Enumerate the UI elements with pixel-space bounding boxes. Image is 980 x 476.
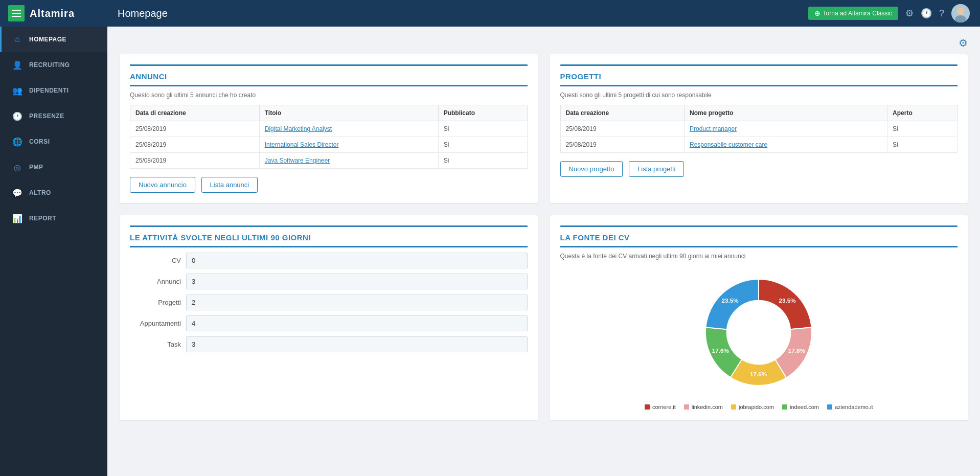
- annunci-date: 25/08/2019: [130, 153, 260, 169]
- progetti-col-name: Nome progetto: [685, 105, 887, 121]
- content-area: ⚙ ANNUNCI Questo sono gli ultimi 5 annun…: [107, 27, 980, 476]
- progetti-col-open: Aperto: [887, 105, 958, 121]
- activity-input[interactable]: [186, 315, 528, 331]
- legend-dot: [731, 404, 736, 410]
- topbar: Homepage ⊕ Torna ad Altamira Classic ⚙ 🕐…: [107, 0, 980, 27]
- annunci-subtitle: Questo sono gli ultimi 5 annunci che ho …: [130, 92, 528, 99]
- bottom-cards-row: LE ATTIVITÀ SVOLTE NEGLI ULTIMI 90 GIORN…: [120, 215, 968, 420]
- sidebar-item-altro[interactable]: 💬 Altro: [0, 180, 107, 206]
- cv-fonte-subtitle: Questa è la fonte dei CV arrivati negli …: [560, 253, 958, 260]
- sidebar-item-presenze[interactable]: 🕐 Presenze: [0, 103, 107, 129]
- table-row: 25/08/2019 Product manager Si: [560, 121, 958, 137]
- table-row: 25/08/2019 Responsabile customer care Si: [560, 137, 958, 153]
- sidebar-label-corsi: Corsi: [29, 138, 50, 145]
- annunci-date: 25/08/2019: [130, 137, 260, 153]
- legend-item: jobrapido.com: [731, 404, 774, 410]
- chart-legend: corriere.it linkedin.com jobrapido.com i…: [645, 404, 873, 410]
- progetto-open: Si: [887, 121, 958, 137]
- activity-label: CV: [130, 254, 186, 267]
- list-progetti-button[interactable]: Lista progetti: [629, 161, 684, 177]
- progetti-title: PROGETTI: [560, 72, 958, 86]
- annunci-published: Si: [438, 121, 527, 137]
- legend-dot: [782, 404, 787, 410]
- sidebar-label-pmp: PMP: [29, 164, 43, 171]
- sidebar-item-homepage[interactable]: ⌂ Homepage: [0, 27, 107, 52]
- legend-item: linkedin.com: [684, 404, 723, 410]
- help-icon[interactable]: ?: [939, 8, 944, 19]
- activity-input[interactable]: [186, 294, 528, 310]
- chart-label: 17.6%: [750, 371, 767, 377]
- sidebar-item-report[interactable]: 📊 Report: [0, 206, 107, 231]
- activity-label: Appuntamenti: [130, 316, 186, 330]
- progetti-subtitle: Questi sono gli ultimi 5 progetti di cui…: [560, 92, 958, 99]
- activities-title: LE ATTIVITÀ SVOLTE NEGLI ULTIMI 90 GIORN…: [130, 233, 528, 247]
- activity-label: Task: [130, 337, 186, 351]
- table-row: 25/08/2019 Digital Marketing Analyst Si: [130, 121, 528, 137]
- logo: Altamira: [30, 8, 75, 19]
- settings-icon[interactable]: ⚙: [905, 8, 914, 19]
- sidebar-item-dipendenti[interactable]: 👥 Dipendenti: [0, 78, 107, 103]
- annunci-buttons: Nuovo annuncio Lista annunci: [130, 177, 528, 193]
- home-icon: ⌂: [12, 34, 23, 45]
- sidebar-item-pmp[interactable]: ◎ PMP: [0, 154, 107, 180]
- top-cards-row: ANNUNCI Questo sono gli ultimi 5 annunci…: [120, 54, 968, 203]
- legend-label: jobrapido.com: [739, 404, 774, 410]
- svg-point-1: [957, 8, 964, 15]
- sidebar-label-presenze: Presenze: [29, 112, 64, 120]
- sidebar-item-corsi[interactable]: 🌐 Corsi: [0, 129, 107, 154]
- progetto-open: Si: [887, 137, 958, 153]
- annunci-card: ANNUNCI Questo sono gli ultimi 5 annunci…: [120, 54, 538, 203]
- progetto-link[interactable]: Product manager: [685, 121, 887, 137]
- new-annuncio-button[interactable]: Nuovo annuncio: [130, 177, 195, 193]
- activity-input[interactable]: [186, 274, 528, 289]
- legend-item: indeed.com: [782, 404, 819, 410]
- report-icon: 📊: [12, 213, 23, 224]
- progetto-date: 25/08/2019: [560, 137, 685, 153]
- donut-chart: 23.5%17.8%17.6%17.6%23.5%: [692, 266, 825, 399]
- altro-icon: 💬: [12, 187, 23, 198]
- user-avatar[interactable]: [951, 4, 970, 22]
- legend-dot: [827, 404, 832, 410]
- activity-input[interactable]: [186, 253, 528, 268]
- activities-card: LE ATTIVITÀ SVOLTE NEGLI ULTIMI 90 GIORN…: [120, 215, 538, 420]
- progetti-buttons: Nuovo progetto Lista progetti: [560, 161, 958, 177]
- page-settings-icon[interactable]: ⚙: [959, 37, 968, 49]
- chart-label: 17.6%: [712, 347, 730, 354]
- annunci-col-title: Titolo: [259, 105, 438, 121]
- activity-row: Annunci: [130, 274, 528, 289]
- annunci-title: ANNUNCI: [130, 72, 528, 86]
- chart-label: 23.5%: [722, 297, 739, 304]
- annunci-table: Data di creazione Titolo Pubblicato 25/0…: [130, 105, 528, 169]
- dipendenti-icon: 👥: [12, 85, 23, 96]
- main-area: Homepage ⊕ Torna ad Altamira Classic ⚙ 🕐…: [107, 0, 980, 476]
- sidebar-item-recruiting[interactable]: 👤 Recruiting: [0, 52, 107, 78]
- page-title: Homepage: [118, 8, 803, 19]
- activity-label: Progetti: [130, 296, 186, 309]
- hamburger-button[interactable]: [8, 5, 25, 21]
- classic-button[interactable]: ⊕ Torna ad Altamira Classic: [808, 7, 898, 20]
- legend-label: corriere.it: [652, 404, 676, 410]
- activity-input[interactable]: [186, 336, 528, 352]
- cv-fonte-title: LA FONTE DEI CV: [560, 233, 958, 247]
- annunci-link[interactable]: Digital Marketing Analyst: [259, 121, 438, 137]
- pmp-icon: ◎: [12, 162, 23, 173]
- legend-label: indeed.com: [790, 404, 819, 410]
- chart-segment: [759, 279, 812, 329]
- sidebar-label-recruiting: Recruiting: [29, 61, 70, 69]
- legend-dot: [645, 404, 650, 410]
- table-row: 25/08/2019 Java Software Engineer Si: [130, 153, 528, 169]
- annunci-link[interactable]: International Sales Director: [259, 137, 438, 153]
- presenze-icon: 🕐: [12, 110, 23, 122]
- progetti-col-date: Data creazione: [560, 105, 685, 121]
- list-annunci-button[interactable]: Lista annunci: [201, 177, 258, 193]
- new-progetto-button[interactable]: Nuovo progetto: [560, 161, 623, 177]
- clock-icon[interactable]: 🕐: [921, 8, 932, 19]
- sidebar: Altamira ⌂ Homepage 👤 Recruiting 👥 Dipen…: [0, 0, 107, 476]
- progetto-link[interactable]: Responsabile customer care: [685, 137, 887, 153]
- activity-label: Annunci: [130, 275, 186, 288]
- table-row: 25/08/2019 International Sales Director …: [130, 137, 528, 153]
- classic-label: Torna ad Altamira Classic: [823, 10, 892, 17]
- sidebar-label-homepage: Homepage: [29, 36, 66, 43]
- classic-icon: ⊕: [814, 9, 821, 17]
- annunci-link[interactable]: Java Software Engineer: [259, 153, 438, 169]
